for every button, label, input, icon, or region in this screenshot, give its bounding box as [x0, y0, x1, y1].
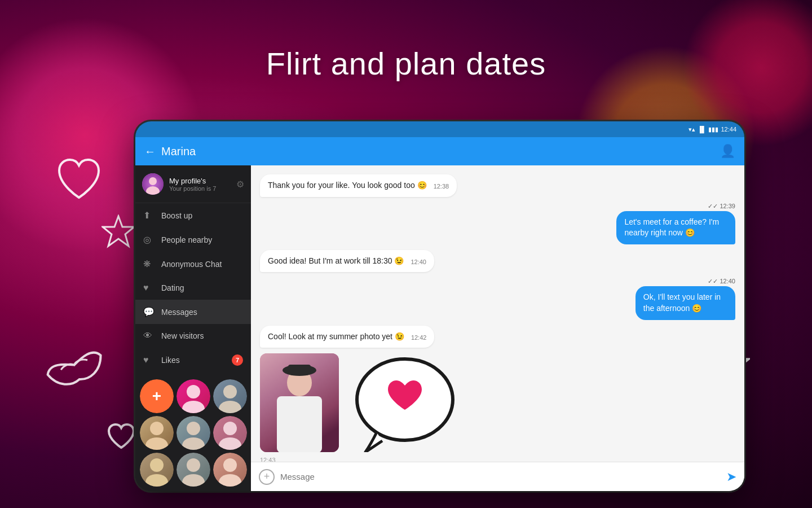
likes-label: Likes [161, 356, 232, 365]
anonymous-chat-icon: ❋ [143, 259, 156, 269]
likes-icon: ♥ [143, 355, 156, 365]
avatar-1[interactable] [176, 379, 210, 413]
sidebar-item-dating[interactable]: ♥ Dating [135, 276, 251, 300]
svg-rect-27 [288, 365, 311, 373]
dating-icon: ♥ [143, 283, 156, 293]
clock: 12:44 [721, 126, 736, 133]
status-bar-icons: ▾▴ ▐▌ ▮▮▮ 12:44 [689, 126, 736, 133]
new-visitors-icon: 👁 [143, 331, 156, 341]
message-m2: ✓✓ 12:39 Let's meet for a coffee? I'm ne… [260, 203, 735, 244]
sidebar-avatar-grid [135, 375, 251, 491]
message-m6-photo: 12:43 [260, 353, 735, 462]
sidebar-avatar [142, 173, 164, 195]
add-attachment-button[interactable]: + [259, 469, 275, 485]
message-text-m1: Thank you for your like. You look good t… [268, 180, 427, 191]
sidebar-profile-info: My profile's Your position is 7 [169, 177, 236, 192]
status-bar: ▾▴ ▐▌ ▮▮▮ 12:44 [135, 121, 744, 137]
message-time-m5: 12:42 [411, 334, 427, 342]
svg-point-14 [182, 437, 205, 450]
bubble-m5: Cool! Look at my summer photo yet 😉 12:4… [260, 326, 434, 348]
bubble-m3: Good idea! But I'm at work till 18:30 😉 … [260, 250, 434, 273]
svg-point-6 [187, 385, 200, 398]
message-m1: Thank you for your like. You look good t… [260, 174, 735, 197]
svg-point-15 [223, 422, 237, 435]
wifi-icon: ▾▴ [689, 126, 695, 133]
message-text-m3: Good idea! But I'm at work till 18:30 😉 [268, 256, 404, 267]
message-input[interactable] [280, 472, 721, 481]
svg-point-20 [182, 474, 205, 487]
heart-speech-bubble [346, 353, 458, 452]
tick-m2: ✓✓ 12:39 [708, 203, 735, 210]
avatar-4[interactable] [176, 416, 210, 450]
svg-point-21 [223, 458, 237, 472]
contact-name: Marina [161, 145, 720, 158]
message-time-m1: 12:38 [434, 182, 449, 191]
boost-label: Boost up [161, 211, 243, 220]
messages-icon: 💬 [143, 306, 156, 317]
avatar-add[interactable] [140, 379, 174, 413]
svg-point-18 [145, 474, 168, 487]
svg-point-19 [187, 458, 200, 472]
back-button[interactable]: ← [144, 145, 156, 158]
svg-point-12 [145, 437, 168, 450]
sidebar: My profile's Your position is 7 ⚙ ⬆ Boos… [135, 165, 251, 491]
tablet-device: ▾▴ ▐▌ ▮▮▮ 12:44 ← Marina 👤 My profile's [135, 121, 744, 491]
sidebar-item-likes[interactable]: ♥ Likes 7 [135, 348, 251, 373]
chat-messages: Thank you for your like. You look good t… [251, 165, 744, 462]
svg-point-3 [149, 177, 157, 185]
avatar-3[interactable] [140, 416, 174, 450]
svg-point-22 [219, 474, 241, 487]
svg-point-9 [223, 385, 237, 398]
message-m4: ✓✓ 12:40 Ok, I'll text you later in the … [260, 278, 735, 319]
svg-rect-25 [277, 396, 322, 452]
tick-m4: ✓✓ 12:40 [708, 278, 735, 285]
anonymous-chat-label: Anonymous Chat [161, 260, 243, 269]
sidebar-item-boost[interactable]: ⬆ Boost up [135, 203, 251, 227]
svg-point-13 [187, 422, 200, 435]
avatar-8[interactable] [213, 453, 247, 487]
profile-subtitle: Your position is 7 [169, 185, 236, 192]
new-visitors-label: New visitors [161, 331, 243, 340]
people-nearby-label: People nearby [161, 235, 243, 244]
bubble-m4: Ok, I'll text you later in the afternoon… [636, 286, 735, 319]
svg-point-17 [150, 458, 164, 472]
bubble-m1: Thank you for your like. You look good t… [260, 174, 457, 197]
send-button[interactable]: ➤ [726, 470, 736, 484]
sidebar-profile-row[interactable]: My profile's Your position is 7 ⚙ [135, 165, 251, 203]
message-text-m2: Let's meet for a coffee? I'm nearby righ… [624, 217, 719, 238]
profile-icon[interactable]: 👤 [720, 144, 735, 159]
message-m3: Good idea! But I'm at work till 18:30 😉 … [260, 250, 735, 273]
dating-label: Dating [161, 283, 243, 292]
boost-icon: ⬆ [143, 210, 156, 221]
avatar-6[interactable] [140, 453, 174, 487]
photo-container: 12:43 [260, 353, 458, 462]
avatar-2[interactable] [213, 379, 247, 413]
message-text-m4: Ok, I'll text you later in the afternoon… [643, 292, 721, 313]
sidebar-item-people-nearby[interactable]: ◎ People nearby [135, 227, 251, 252]
sidebar-item-messages[interactable]: 💬 Messages [135, 300, 251, 324]
message-m5: Cool! Look at my summer photo yet 😉 12:4… [260, 326, 735, 348]
signal-icon: ▐▌ [698, 126, 707, 133]
avatar-7[interactable] [176, 453, 210, 487]
svg-point-11 [150, 422, 164, 435]
svg-point-16 [219, 437, 241, 450]
battery-icon: ▮▮▮ [708, 126, 718, 133]
sidebar-item-anonymous-chat[interactable]: ❋ Anonymous Chat [135, 252, 251, 276]
likes-badge: 7 [232, 354, 243, 366]
messages-label: Messages [161, 308, 243, 317]
chat-input-bar: + ➤ [251, 462, 744, 491]
photo-time: 12:43 [260, 457, 276, 462]
avatar-5[interactable] [213, 416, 247, 450]
sidebar-item-new-visitors[interactable]: 👁 New visitors [135, 324, 251, 348]
chat-area: Thank you for your like. You look good t… [251, 165, 744, 491]
message-time-m3: 12:40 [411, 258, 426, 266]
bubble-m2: Let's meet for a coffee? I'm nearby righ… [616, 211, 735, 244]
profile-name: My profile's [169, 177, 236, 185]
people-nearby-icon: ◎ [143, 234, 156, 245]
settings-icon[interactable]: ⚙ [236, 179, 244, 190]
message-text-m5: Cool! Look at my summer photo yet 😉 [268, 331, 404, 343]
photo-thumbnail[interactable] [260, 353, 339, 452]
app-header: ← Marina 👤 [135, 137, 744, 165]
